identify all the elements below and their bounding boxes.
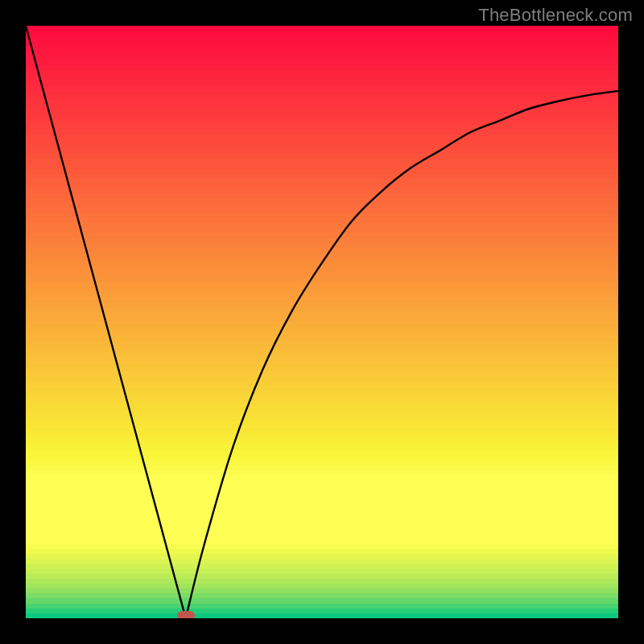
watermark-text: TheBottleneck.com bbox=[478, 5, 633, 26]
plot-area bbox=[26, 26, 618, 618]
curve-layer bbox=[26, 26, 618, 618]
chart-frame: TheBottleneck.com bbox=[0, 0, 644, 644]
curve-right-segment bbox=[186, 91, 618, 618]
bottleneck-marker bbox=[177, 611, 195, 618]
curve-left-segment bbox=[26, 26, 186, 618]
